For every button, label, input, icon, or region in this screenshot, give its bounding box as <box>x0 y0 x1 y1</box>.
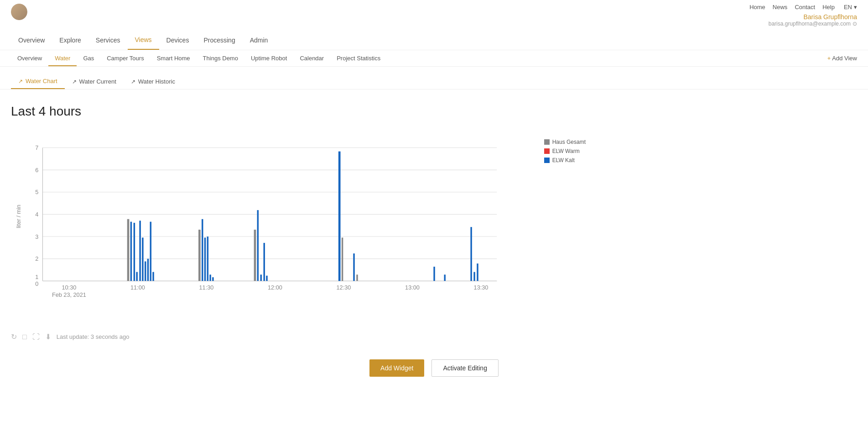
svg-rect-45 <box>263 243 265 281</box>
svg-text:12:30: 12:30 <box>337 284 351 291</box>
legend-haus-gesamt: Haus Gesamt <box>544 139 586 145</box>
svg-text:11:30: 11:30 <box>199 284 214 291</box>
bottom-action-bar: Add Widget Activate Editing <box>0 348 868 388</box>
footer-controls: ↻ □ ⛶ ⬇ Last update: 3 seconds ago <box>0 325 868 348</box>
add-view-button[interactable]: + Add View <box>827 50 857 66</box>
svg-rect-42 <box>254 230 256 281</box>
svg-rect-29 <box>136 272 137 281</box>
svg-rect-52 <box>473 272 475 281</box>
tab-water-historic[interactable]: ↗ Water Historic <box>124 74 182 89</box>
svg-rect-47 <box>338 152 341 281</box>
legend-elw-warm: ELW Warm <box>544 148 586 154</box>
nav-overview[interactable]: Overview <box>11 31 52 49</box>
svg-rect-34 <box>150 222 151 281</box>
svg-text:Feb 23, 2021: Feb 23, 2021 <box>52 291 86 298</box>
refresh-icon[interactable]: ↻ <box>11 332 17 341</box>
user-icon[interactable]: ⊙ <box>852 21 857 27</box>
legend-color-elw-warm <box>544 148 550 154</box>
sub-nav-water[interactable]: Water <box>48 50 77 66</box>
chart-icon-3: ↗ <box>131 79 135 85</box>
svg-text:1: 1 <box>35 274 38 280</box>
sub-nav-things-demo[interactable]: Things Demo <box>197 50 244 66</box>
sub-nav-overview[interactable]: Overview <box>11 50 48 66</box>
svg-rect-50 <box>356 274 358 281</box>
language-selector[interactable]: EN ▾ <box>844 4 857 11</box>
svg-text:11:00: 11:00 <box>130 284 145 291</box>
page-title: Last 4 hours <box>11 104 857 119</box>
sub-nav-camper-tours[interactable]: Camper Tours <box>100 50 150 66</box>
main-content: Last 4 hours liter / min 7 6 5 4 3 <box>0 90 868 325</box>
contact-link[interactable]: Contact <box>795 4 815 11</box>
sub-nav-gas[interactable]: Gas <box>77 50 100 66</box>
sub-nav-project-statistics[interactable]: Project Statistics <box>330 50 387 66</box>
svg-text:13:00: 13:00 <box>405 284 420 291</box>
legend-elw-kalt: ELW Kalt <box>544 157 586 163</box>
svg-rect-36 <box>198 230 201 281</box>
svg-rect-27 <box>130 222 132 281</box>
svg-text:10:30: 10:30 <box>62 284 76 291</box>
svg-rect-26 <box>127 219 130 281</box>
svg-rect-46 <box>266 276 267 281</box>
svg-rect-28 <box>134 223 135 281</box>
last-update-text: Last update: 3 seconds ago <box>57 333 130 340</box>
activate-editing-button[interactable]: Activate Editing <box>431 359 499 377</box>
nav-devices[interactable]: Devices <box>159 31 197 49</box>
svg-rect-37 <box>202 219 203 281</box>
svg-rect-51 <box>470 227 472 281</box>
sub-nav-uptime-robot[interactable]: Uptime Robot <box>244 50 293 66</box>
svg-text:13:30: 13:30 <box>474 284 489 291</box>
svg-rect-32 <box>145 261 146 281</box>
nav-services[interactable]: Services <box>88 31 128 49</box>
svg-rect-41 <box>212 277 213 281</box>
chart-icon: ↗ <box>18 78 23 84</box>
news-link[interactable]: News <box>773 4 788 11</box>
svg-rect-48 <box>342 237 343 281</box>
avatar <box>11 4 27 20</box>
nav-explore[interactable]: Explore <box>52 31 88 49</box>
svg-text:5: 5 <box>35 189 38 195</box>
nav-views[interactable]: Views <box>128 31 159 50</box>
legend-color-haus-gesamt <box>544 139 550 145</box>
nav-processing[interactable]: Processing <box>196 31 242 49</box>
svg-text:7: 7 <box>35 144 38 151</box>
svg-text:3: 3 <box>35 233 38 240</box>
svg-rect-39 <box>207 237 208 281</box>
download-icon[interactable]: ⬇ <box>45 332 51 341</box>
nav-admin[interactable]: Admin <box>243 31 275 49</box>
svg-text:0: 0 <box>35 280 38 287</box>
sub-navigation: Overview Water Gas Camper Tours Smart Ho… <box>0 50 868 67</box>
svg-text:6: 6 <box>35 167 38 174</box>
svg-rect-38 <box>204 237 206 281</box>
square-icon[interactable]: □ <box>22 333 27 341</box>
svg-rect-55 <box>444 274 445 281</box>
svg-rect-31 <box>142 237 143 281</box>
svg-rect-33 <box>147 259 149 281</box>
chart-icon-2: ↗ <box>72 79 77 85</box>
sub-nav-smart-home[interactable]: Smart Home <box>151 50 197 66</box>
legend-color-elw-kalt <box>544 158 550 163</box>
chart-legend: Haus Gesamt ELW Warm ELW Kalt <box>544 139 586 163</box>
user-email: barisa.grupflhorna@example.com ⊙ <box>749 21 857 27</box>
svg-rect-35 <box>152 272 154 281</box>
svg-rect-40 <box>209 274 211 281</box>
home-link[interactable]: Home <box>749 4 765 11</box>
tab-water-current[interactable]: ↗ Water Current <box>65 74 124 89</box>
sub-nav-calendar[interactable]: Calendar <box>293 50 330 66</box>
add-widget-button[interactable]: Add Widget <box>369 359 424 377</box>
svg-text:4: 4 <box>35 211 38 218</box>
svg-rect-49 <box>353 253 354 281</box>
svg-rect-54 <box>433 267 435 281</box>
svg-rect-30 <box>139 221 140 281</box>
svg-text:2: 2 <box>35 255 38 262</box>
view-tabs: ↗ Water Chart ↗ Water Current ↗ Water Hi… <box>0 67 868 90</box>
tab-water-chart[interactable]: ↗ Water Chart <box>11 74 65 89</box>
help-link[interactable]: Help <box>822 4 835 11</box>
svg-rect-43 <box>257 210 259 281</box>
svg-text:liter / min: liter / min <box>15 205 22 228</box>
expand-icon[interactable]: ⛶ <box>32 333 40 341</box>
chart-area: liter / min 7 6 5 4 3 2 1 0 <box>11 130 513 303</box>
water-chart-svg: liter / min 7 6 5 4 3 2 1 0 <box>11 130 513 303</box>
svg-rect-44 <box>260 274 262 281</box>
svg-text:12:00: 12:00 <box>268 284 282 291</box>
user-name: Barisa Grupflhorna <box>749 13 857 21</box>
